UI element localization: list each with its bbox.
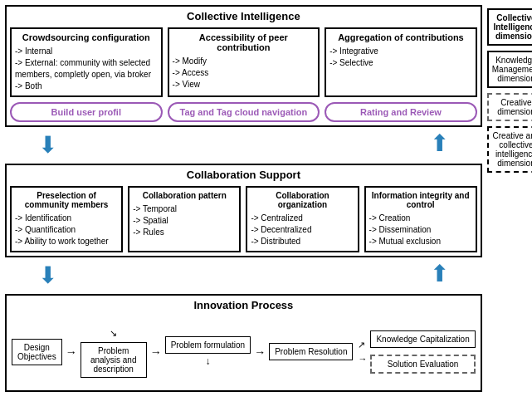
collab-pattern-content: -> Temporal -> Spatial -> Rules: [133, 203, 236, 238]
accessibility-content: -> Modify -> Access -> View: [173, 56, 315, 91]
crowdsourcing-box: Crowdsourcing configuration -> Internal …: [10, 27, 163, 97]
crowdsourcing-title: Crowdsourcing configuration: [15, 32, 158, 42]
cs-title: Collaboration Support: [10, 169, 477, 181]
arrow-up-1: ⬆: [430, 132, 449, 159]
arrows-row-2: ⬇ ⬆: [5, 262, 482, 289]
pf-group: Problem formulation ↓: [165, 336, 251, 367]
collab-pattern-title: Collaboration pattern: [133, 191, 236, 200]
collab-pattern-box: Collaboration pattern -> Temporal -> Spa…: [128, 186, 241, 252]
ci-title: Collective Intelligence: [10, 10, 477, 22]
solution-eval-box: Solution Evaluation: [370, 355, 475, 374]
build-user-profil-button[interactable]: Build user profil: [10, 102, 163, 122]
preselection-content: -> Identification -> Quantification -> A…: [15, 213, 118, 247]
arrow-down-1: ⬇: [38, 134, 57, 157]
aggregation-title: Aggregation of contributions: [329, 32, 472, 42]
legend-ci: Collective Intelligence dimension: [487, 8, 532, 46]
problem-analysis-box: Problem analysis and description: [81, 342, 147, 378]
right-column: Knowledge Capitalization Solution Evalua…: [370, 330, 475, 374]
accessibility-title: Accessibility of peer contribution: [173, 32, 315, 52]
rating-review-button[interactable]: Rating and Review: [325, 102, 477, 122]
aggregation-box: Aggregation of contributions -> Integrat…: [325, 27, 477, 97]
ci-section: Collective Intelligence Crowdsourcing co…: [5, 5, 482, 127]
legend-cci: Creative and collective intelligence dim…: [487, 126, 532, 173]
accessibility-box: Accessibility of peer contribution -> Mo…: [168, 27, 320, 97]
arrows-row-1: ⬇ ⬆: [5, 132, 482, 159]
ci-buttons-row: Build user profil Tag and Tag cloud navi…: [10, 102, 477, 122]
right-arrows: ↗ →: [358, 340, 367, 364]
arrow-to-se: →: [358, 354, 367, 364]
design-objectives-box: DesignObjectives: [12, 339, 62, 365]
aggregation-content: -> Integrative -> Selective: [329, 46, 472, 69]
pf-pa-arrow: ↘: [110, 325, 117, 340]
info-integrity-box: Information integrity and control -> Cre…: [364, 186, 477, 252]
info-integrity-content: -> Creation -> Dissemination -> Mutual e…: [369, 213, 472, 247]
problem-resolution-box: Problem Resolution: [269, 343, 353, 360]
collab-org-content: -> Centralized -> Decentralized -> Distr…: [251, 213, 354, 247]
cs-section: Collaboration Support Preselection of co…: [5, 164, 482, 257]
knowledge-cap-box: Knowledge Capitalization: [370, 330, 475, 348]
preselection-box: Preselection of community members -> Ide…: [10, 186, 123, 252]
ip-section: Innovation Process DesignObjectives → ↘ …: [5, 294, 482, 392]
problem-analysis-group: ↘ Problem analysis and description: [81, 325, 147, 378]
arrow-pa-pf: →: [150, 345, 162, 359]
ci-top-row: Crowdsourcing configuration -> Internal …: [10, 27, 477, 97]
pr-group: Problem Resolution: [269, 343, 353, 360]
ip-title: Innovation Process: [10, 299, 477, 311]
crowdsourcing-content: -> Internal -> External: community with …: [15, 46, 158, 92]
ip-diagram: DesignObjectives → ↘ Problem analysis an…: [10, 316, 477, 387]
collab-org-box: Collaboration organization -> Centralize…: [246, 186, 359, 252]
arrow-do-pa: →: [66, 345, 77, 359]
problem-formulation-box: Problem formulation: [165, 336, 251, 354]
arrow-pf-pr: →: [254, 345, 266, 359]
preselection-title: Preselection of community members: [15, 191, 118, 209]
tag-cloud-button[interactable]: Tag and Tag cloud navigation: [168, 102, 320, 122]
pf-down-arrow: ↓: [205, 355, 210, 367]
legend-creative: Creative dimension: [487, 93, 532, 121]
info-integrity-title: Information integrity and control: [369, 191, 472, 209]
collab-org-title: Collaboration organization: [251, 191, 354, 209]
arrow-up-2: ⬆: [430, 262, 449, 289]
arrow-down-2: ⬇: [38, 264, 57, 287]
legend-panel: Collective Intelligence dimension Knowle…: [487, 5, 532, 411]
cs-boxes-row: Preselection of community members -> Ide…: [10, 186, 477, 252]
legend-km: Knowledge Management dimension: [487, 51, 532, 88]
arrow-to-kc: ↗: [358, 340, 365, 350]
